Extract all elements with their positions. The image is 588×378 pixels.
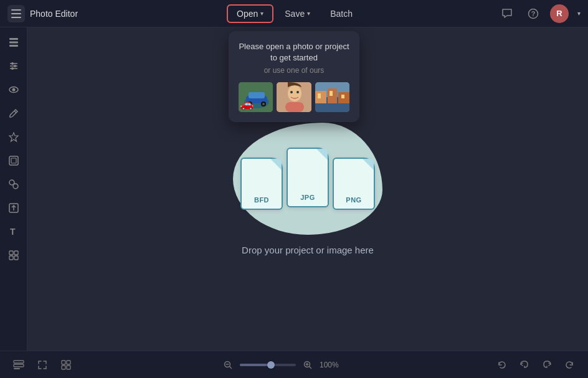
zoom-level-text: 100% [320,361,347,369]
dropdown-title: Please open a photo or project to get st… [239,41,349,64]
bottombar-center: 100% [75,358,493,372]
svg-line-62 [310,366,311,368]
dropzone: BFD JPG PNG Drop your project or image h… [233,123,382,255]
svg-rect-45 [9,251,13,255]
save-chevron-icon: ▾ [307,10,310,17]
file-icon-jpg: JPG [287,148,329,207]
file-fold [270,159,282,170]
user-menu-chevron-icon[interactable]: ▾ [577,10,581,17]
svg-rect-48 [14,256,18,260]
sidebar-item-view[interactable] [4,80,24,100]
svg-rect-52 [62,361,65,364]
topbar-right: ? R ▾ [498,4,581,23]
svg-point-41 [13,184,18,189]
app-menu-icon[interactable] [7,5,25,22]
file-icon-bfd: BFD [240,158,283,210]
svg-rect-0 [11,9,21,11]
sample-image-2[interactable] [277,82,311,112]
svg-rect-21 [328,88,337,103]
svg-rect-53 [67,361,70,364]
file-icon-png: PNG [333,158,375,210]
layers-panel-icon[interactable] [10,356,27,374]
svg-rect-51 [14,368,20,369]
svg-text:T: T [10,227,16,237]
svg-rect-18 [315,82,349,97]
bottombar: 100% [0,351,588,378]
svg-line-37 [14,111,16,113]
svg-rect-15 [285,102,304,112]
sidebar-item-export[interactable] [4,198,24,218]
svg-rect-28 [9,45,18,47]
app-title: Photo Editor [30,9,78,19]
svg-rect-38 [9,156,18,165]
topbar: Photo Editor Open ▾ Save ▾ Batch ? R [0,0,588,27]
svg-rect-27 [9,42,18,44]
zoom-out-button[interactable] [221,358,235,372]
chat-icon[interactable] [498,4,516,23]
sidebar-item-adjustments[interactable] [4,56,24,76]
svg-rect-1 [11,13,21,14]
svg-point-32 [14,65,16,67]
svg-rect-26 [9,38,18,40]
sidebar-item-brush[interactable] [4,103,24,123]
svg-rect-19 [315,97,349,112]
zoom-in-button[interactable] [301,358,315,372]
topbar-center-actions: Open ▾ Save ▾ Batch [227,4,361,23]
svg-point-16 [290,91,293,93]
svg-text:?: ? [531,10,536,17]
redo-icon[interactable] [538,356,556,374]
svg-rect-50 [14,364,24,367]
svg-rect-13 [277,82,311,112]
view-expand-icon[interactable] [34,356,51,374]
zoom-slider[interactable] [240,364,296,366]
open-button[interactable]: Open ▾ [227,4,273,23]
history-forward-icon[interactable] [561,356,578,374]
svg-point-30 [11,62,14,65]
file-fold [363,159,374,170]
zoom-slider-thumb [267,361,275,369]
drop-zone-text: Drop your project or image here [242,245,374,255]
sidebar-item-more[interactable] [4,245,24,265]
bottombar-left [10,356,75,374]
file-label-png: PNG [346,196,361,204]
svg-rect-39 [11,158,16,163]
sidebar-item-text[interactable]: T [4,222,24,242]
open-dropdown: Please open a photo or project to get st… [229,31,359,122]
svg-point-12 [262,103,265,105]
open-chevron-icon: ▾ [260,10,263,17]
sidebar-item-layers[interactable] [4,32,24,52]
history-back-icon[interactable] [493,356,511,374]
sample-image-1[interactable] [239,82,273,112]
user-avatar[interactable]: R [550,4,569,23]
zoom-slider-fill [240,364,271,366]
file-label-bfd: BFD [254,196,269,204]
file-icons-row: BFD JPG PNG [240,148,375,210]
dropdown-subtitle: or use one of ours [239,66,349,75]
svg-rect-22 [338,92,349,103]
svg-rect-47 [9,256,13,260]
svg-point-10 [249,103,251,105]
svg-rect-54 [62,366,65,369]
sidebar: T [0,27,27,351]
svg-line-58 [230,366,232,368]
sidebar-item-objects[interactable] [4,174,24,194]
file-illustration: BFD JPG PNG [233,123,382,235]
sidebar-item-frames[interactable] [4,151,24,171]
svg-rect-55 [67,366,70,369]
svg-rect-49 [14,361,24,363]
svg-rect-20 [315,91,326,103]
svg-point-9 [247,102,252,106]
svg-rect-23 [318,93,321,98]
batch-button[interactable]: Batch [321,4,361,23]
svg-rect-2 [11,17,21,18]
svg-rect-24 [330,91,333,96]
svg-point-34 [11,67,14,70]
help-icon[interactable]: ? [524,4,543,23]
save-button[interactable]: Save ▾ [276,4,319,23]
sidebar-item-effects[interactable] [4,127,24,147]
svg-rect-46 [14,251,18,255]
zoom-controls: 100% [221,358,347,372]
undo-icon[interactable] [516,356,533,374]
grid-view-icon[interactable] [57,356,75,374]
sample-image-3[interactable] [315,82,349,112]
